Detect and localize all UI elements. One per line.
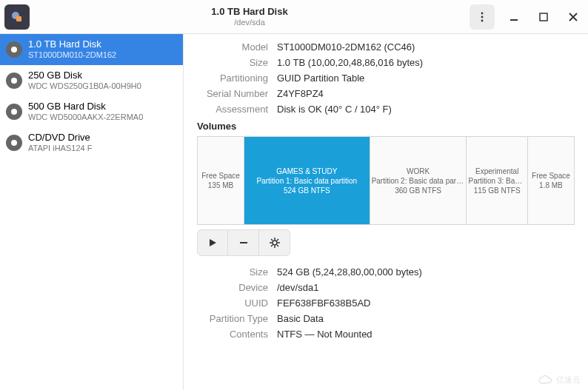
kv-value: FEF638FBF638B5AD: [277, 297, 370, 309]
kv-value: 1.0 TB (10,00,20,48,86,016 bytes): [277, 57, 423, 68]
volume-toolbar: [197, 229, 575, 256]
volume-segment[interactable]: Free Space135 MB: [198, 137, 244, 224]
volume-segment[interactable]: Free Space1.8 MB: [528, 137, 574, 224]
svg-line-16: [271, 245, 273, 246]
kv-uuid: UUIDFEF638FBF638B5AD: [197, 297, 575, 309]
volume-partition: Partition 2: Basic data partition: [372, 177, 465, 185]
disk-text: 250 GB DiskWDC WDS250G1B0A-00H9H0: [28, 70, 141, 92]
kebab-icon: [477, 12, 487, 22]
volume-size: 115 GB NTFS: [474, 186, 521, 195]
kv-size: Size1.0 TB (10,00,20,48,86,016 bytes): [197, 57, 575, 68]
svg-rect-7: [240, 242, 247, 243]
kv-psize: Size524 GB (5,24,28,80,00,000 bytes): [197, 266, 575, 278]
volume-name: Free Space: [201, 172, 240, 180]
window-title: 1.0 TB Hard Disk: [211, 6, 287, 18]
volume-size: 360 GB NTFS: [395, 186, 441, 195]
titlebar: 1.0 TB Hard Disk /dev/sda: [0, 0, 588, 34]
disk-icon: [6, 73, 22, 89]
sidebar: 1.0 TB Hard DiskST1000DM010-2DM162250 GB…: [0, 34, 184, 390]
content: ModelST1000DM010-2DM162 (CC46) Size1.0 T…: [184, 34, 588, 390]
maximize-button[interactable]: [533, 7, 554, 27]
disks-icon: [11, 11, 23, 23]
svg-point-8: [273, 241, 277, 245]
main: 1.0 TB Hard DiskST1000DM010-2DM162250 GB…: [0, 34, 588, 390]
svg-line-13: [271, 239, 273, 241]
kv-partitioning: PartitioningGUID Partition Table: [197, 73, 575, 84]
disk-text: 500 GB Hard DiskWDC WD5000AAKX-22ERMA0: [28, 101, 143, 123]
window-subtitle: /dev/sda: [234, 18, 265, 27]
svg-rect-1: [16, 16, 21, 21]
disk-icon: [6, 135, 22, 151]
play-icon: [207, 238, 218, 248]
volume-size: 1.8 MB: [539, 181, 563, 189]
sidebar-disk-item[interactable]: CD/DVD DriveATAPI iHAS124 F: [0, 127, 183, 158]
disk-title: CD/DVD Drive: [28, 132, 92, 144]
maximize-icon: [539, 13, 548, 21]
volume-name: GAMES & STUDY: [276, 167, 337, 175]
kv-label: Contents: [197, 329, 268, 340]
svg-point-3: [481, 16, 484, 18]
kv-label: Serial Number: [197, 88, 268, 99]
disk-icon: [6, 41, 22, 58]
kv-serial: Serial NumberZ4YF8PZ4: [197, 88, 575, 99]
svg-point-4: [481, 19, 484, 21]
volume-partition: Partition 1: Basic data partition: [257, 177, 358, 185]
disk-sub: WDC WD5000AAKX-22ERMA0: [28, 112, 143, 123]
kv-value: 524 GB (5,24,28,80,00,000 bytes): [277, 266, 422, 278]
close-button[interactable]: [563, 7, 584, 27]
kv-model: ModelST1000DM010-2DM162 (CC46): [197, 41, 575, 53]
kv-assessment: AssessmentDisk is OK (40° C / 104° F): [197, 104, 575, 115]
kv-value: Basic Data: [277, 313, 324, 324]
titlebar-center: 1.0 TB Hard Disk /dev/sda: [30, 6, 470, 27]
kv-label: Size: [197, 57, 268, 68]
kv-value: NTFS — Not Mounted: [277, 329, 372, 340]
disk-icon: [6, 104, 22, 120]
svg-rect-5: [510, 19, 518, 21]
volume-segment[interactable]: WORKPartition 2: Basic data partition360…: [370, 137, 467, 224]
kv-device: Device/dev/sda1: [197, 282, 575, 293]
sidebar-disk-item[interactable]: 1.0 TB Hard DiskST1000DM010-2DM162: [0, 34, 183, 65]
partition-details: Size524 GB (5,24,28,80,00,000 bytes) Dev…: [197, 266, 575, 340]
svg-line-15: [277, 239, 278, 241]
kv-label: Assessment: [197, 104, 268, 115]
volume-name: Experimental: [475, 167, 518, 175]
kv-label: Size: [197, 266, 268, 278]
kv-label: Partition Type: [197, 313, 268, 324]
watermark-text: 亿速云: [556, 374, 581, 386]
mount-button[interactable]: [197, 229, 228, 256]
menu-button[interactable]: [470, 4, 495, 30]
kv-label: Partitioning: [197, 73, 268, 84]
disk-text: 1.0 TB Hard DiskST1000DM010-2DM162: [28, 38, 116, 61]
minimize-icon: [510, 13, 518, 21]
settings-button[interactable]: [259, 229, 290, 256]
gear-icon: [270, 238, 280, 248]
cloud-icon: [538, 375, 553, 386]
volumes-heading: Volumes: [197, 121, 575, 132]
kv-label: Model: [197, 41, 268, 53]
svg-point-2: [481, 12, 484, 14]
disk-text: CD/DVD DriveATAPI iHAS124 F: [28, 132, 92, 154]
kv-value: GUID Partition Table: [277, 73, 364, 84]
kv-label: UUID: [197, 297, 268, 309]
app-menu-button[interactable]: [4, 4, 30, 30]
minimize-button[interactable]: [504, 7, 524, 27]
kv-value: ST1000DM010-2DM162 (CC46): [277, 41, 415, 53]
svg-rect-6: [540, 13, 547, 21]
titlebar-right: [470, 4, 584, 30]
volume-segment[interactable]: GAMES & STUDYPartition 1: Basic data par…: [244, 137, 370, 224]
sidebar-disk-item[interactable]: 250 GB DiskWDC WDS250G1B0A-00H9H0: [0, 65, 183, 96]
kv-value: Disk is OK (40° C / 104° F): [277, 104, 392, 115]
kv-contents: ContentsNTFS — Not Mounted: [197, 329, 575, 340]
sidebar-disk-item[interactable]: 500 GB Hard DiskWDC WD5000AAKX-22ERMA0: [0, 96, 183, 127]
svg-line-14: [277, 245, 278, 246]
volume-size: 135 MB: [208, 181, 233, 189]
remove-button[interactable]: [228, 229, 259, 256]
volume-segment[interactable]: ExperimentalPartition 3: Basic ...115 GB…: [467, 137, 527, 224]
watermark: 亿速云: [538, 374, 581, 386]
volume-map: Free Space135 MBGAMES & STUDYPartition 1…: [197, 136, 575, 225]
disk-title: 250 GB Disk: [28, 70, 141, 81]
volume-size: 524 GB NTFS: [284, 186, 330, 195]
disk-title: 500 GB Hard Disk: [28, 101, 143, 112]
minus-icon: [238, 238, 249, 248]
volume-name: Free Space: [532, 172, 570, 180]
